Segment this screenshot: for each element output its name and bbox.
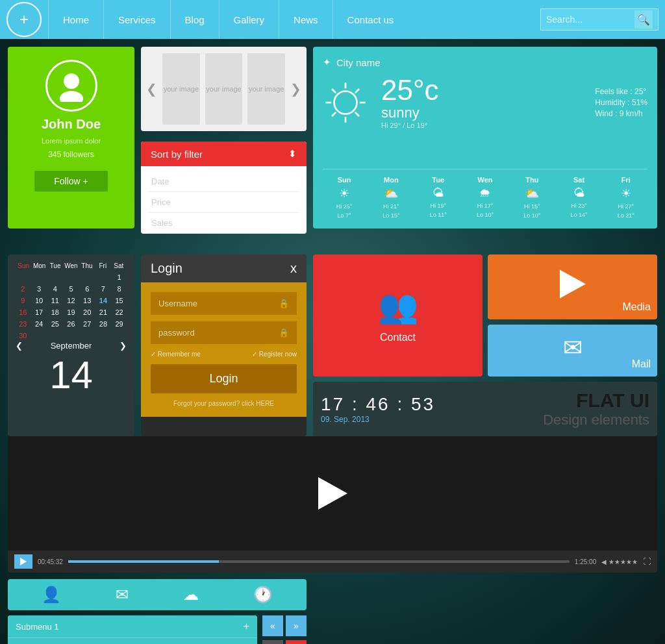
cal-day[interactable]: 18 xyxy=(47,307,62,317)
fullscreen-icon[interactable]: ⛶ xyxy=(643,557,651,566)
cal-day[interactable]: 14 xyxy=(96,295,111,306)
follow-button[interactable]: Follow + xyxy=(34,171,108,192)
cal-day[interactable]: 7 xyxy=(96,284,111,294)
nav-blog[interactable]: Blog xyxy=(170,0,219,39)
cloud-icon: ☁ xyxy=(183,586,199,604)
vc-volume[interactable]: ◀ ★★★★★ xyxy=(601,558,638,565)
cal-day[interactable]: 21 xyxy=(96,307,111,317)
forecast-day-name: Tue xyxy=(432,176,444,184)
submenu-plus-icon[interactable]: + xyxy=(244,621,249,632)
cal-prev-btn[interactable]: ❮ xyxy=(16,341,23,351)
side-controls: « » + − xyxy=(262,615,307,644)
forecast-fri: Fri ☀ Hi 27° Lo 21° xyxy=(605,176,647,219)
cal-day[interactable]: 8 xyxy=(112,284,127,294)
icon-bar-cloud[interactable]: ☁ xyxy=(183,586,199,604)
cal-day[interactable]: 12 xyxy=(64,295,79,306)
cal-day[interactable]: 26 xyxy=(64,319,79,329)
cal-day[interactable]: 4 xyxy=(47,284,62,294)
login-close-button[interactable]: x xyxy=(290,261,297,276)
filter-price[interactable]: Price xyxy=(149,192,299,213)
cal-day[interactable]: 25 xyxy=(47,319,62,329)
cal-big-date: 14 xyxy=(16,356,127,395)
video-play-button[interactable] xyxy=(318,477,347,510)
cal-day[interactable]: 24 xyxy=(32,319,47,329)
login-button[interactable]: Login xyxy=(151,364,297,393)
cal-day[interactable]: 5 xyxy=(64,284,79,294)
nav-news[interactable]: News xyxy=(279,0,332,39)
filter-sales[interactable]: Sales xyxy=(149,213,299,234)
nav-contact[interactable]: Contact us xyxy=(332,0,408,39)
mail-widget[interactable]: ✉ Mail xyxy=(488,325,657,377)
cal-day[interactable]: 22 xyxy=(112,307,127,317)
forecast-day-name: Mon xyxy=(384,176,399,184)
slider-prev[interactable]: ❮ xyxy=(146,81,157,97)
weather-details: Feels like : 25° Humidity : 51% Wind : 9… xyxy=(595,87,647,118)
cal-day[interactable]: 29 xyxy=(112,319,127,329)
clock-time: 17 : 46 : 53 xyxy=(321,394,435,415)
register-now[interactable]: ✓ Register now xyxy=(252,351,297,358)
nav-home[interactable]: Home xyxy=(48,0,103,39)
submenu-item-2[interactable]: Submenu 2 + xyxy=(8,638,257,644)
forecast-wen: Wen 🌧 Hi 17° Lo 10° xyxy=(464,176,507,219)
cal-day[interactable]: 27 xyxy=(80,319,95,329)
filter-options: Date Price Sales xyxy=(141,166,307,234)
svg-line-8 xyxy=(355,112,359,116)
forecast-tue: Tue 🌤 Hi 19° Lo 11° xyxy=(417,176,460,219)
cal-day[interactable]: 9 xyxy=(16,295,31,306)
filter-date[interactable]: Date xyxy=(149,171,299,192)
search-button[interactable]: 🔍 xyxy=(634,10,653,29)
mail-icon: ✉ xyxy=(563,334,583,362)
icon-bar-mail[interactable]: ✉ xyxy=(116,586,129,604)
media-widget[interactable]: Media xyxy=(488,254,657,319)
video-player: 00:45:32 1:25:00 ◀ ★★★★★ ⛶ xyxy=(8,436,657,573)
cal-day[interactable]: 11 xyxy=(47,295,62,306)
cal-month: September xyxy=(51,341,92,351)
icon-bar-user[interactable]: 👤 xyxy=(42,586,61,604)
cal-day[interactable]: 13 xyxy=(80,295,95,306)
cal-day[interactable]: 10 xyxy=(32,295,47,306)
slider-img-2: your image xyxy=(205,53,243,125)
icon-bar-clock[interactable]: 🕐 xyxy=(253,586,273,604)
nav-prev-button[interactable]: « xyxy=(262,615,283,636)
cal-day[interactable]: 3 xyxy=(32,284,47,294)
cal-day[interactable]: 15 xyxy=(112,295,127,306)
cal-day[interactable]: 28 xyxy=(96,319,111,329)
search-input[interactable] xyxy=(546,14,631,25)
submenu-item-1[interactable]: Submenu 1 + xyxy=(8,615,257,638)
filter-toggle-icon[interactable]: ⬍ xyxy=(288,148,297,160)
cal-day[interactable]: 20 xyxy=(80,307,95,317)
middle-col: ❮ your image your image your image ❯ Sor… xyxy=(141,47,307,234)
cal-day[interactable]: 30 xyxy=(16,330,31,341)
cal-day[interactable]: 17 xyxy=(32,307,47,317)
cal-day[interactable]: 19 xyxy=(64,307,79,317)
lock-icon: 🔒 xyxy=(279,299,289,308)
svg-line-7 xyxy=(332,89,336,93)
login-header: Login x xyxy=(141,254,307,282)
slider-next[interactable]: ❯ xyxy=(290,81,301,97)
cal-day[interactable]: 6 xyxy=(80,284,95,294)
cal-day[interactable]: 16 xyxy=(16,307,31,317)
zoom-in-button[interactable]: + xyxy=(262,640,283,644)
cal-hdr-wen: Wen xyxy=(63,262,79,269)
compass-icon: ✦ xyxy=(323,56,331,68)
nav-services[interactable]: Services xyxy=(103,0,170,39)
remember-me[interactable]: ✓ Remember me xyxy=(151,351,201,358)
vc-play-button[interactable] xyxy=(14,554,32,569)
clock-display: 17 : 46 : 53 09. Sep. 2013 xyxy=(321,394,435,424)
password-field[interactable]: password 🔒 xyxy=(151,321,297,344)
nav-next-button[interactable]: » xyxy=(286,615,307,636)
zoom-out-button[interactable]: − xyxy=(286,640,307,644)
cal-next-btn[interactable]: ❯ xyxy=(119,341,127,351)
cal-day[interactable]: 23 xyxy=(16,319,31,329)
forecast-icon-wen: 🌧 xyxy=(479,186,491,200)
vc-progress-bar[interactable] xyxy=(68,560,570,563)
cal-day[interactable]: 2 xyxy=(16,284,31,294)
forecast-thu: Thu ⛅ Hi 15° Lo 10° xyxy=(510,176,553,219)
cal-day xyxy=(64,272,79,282)
svg-point-0 xyxy=(64,73,79,89)
nav-logo[interactable]: + xyxy=(6,2,42,37)
cal-day xyxy=(80,272,95,282)
flat-ui-label: FLAT UI Design elements xyxy=(543,390,649,428)
username-field[interactable]: Username 🔒 xyxy=(151,292,297,315)
nav-gallery[interactable]: Gallery xyxy=(219,0,279,39)
